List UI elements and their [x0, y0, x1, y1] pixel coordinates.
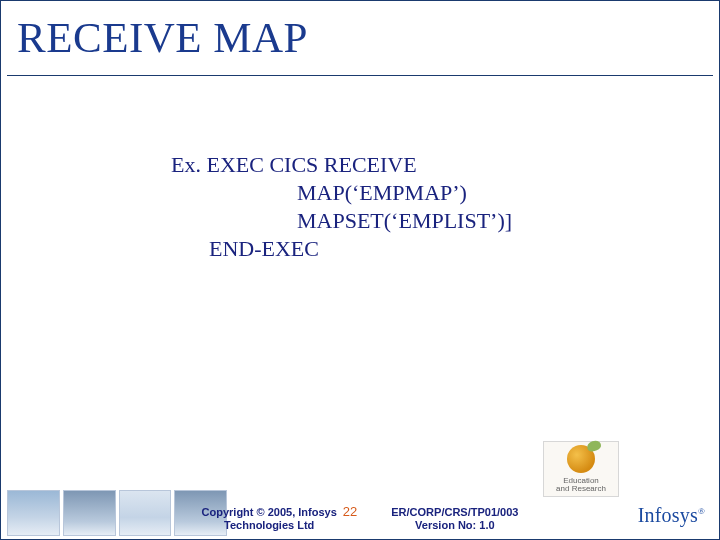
- page-number: 22: [343, 504, 357, 520]
- code-example: Ex. EXEC CICS RECEIVE MAP(‘EMPMAP’) MAPS…: [171, 151, 512, 264]
- badge-text-2: and Research: [556, 485, 606, 493]
- education-research-badge: Education and Research: [543, 441, 619, 497]
- slide-title: RECEIVE MAP: [17, 13, 308, 62]
- title-underline: [7, 75, 713, 76]
- footer-art-1: [7, 490, 60, 536]
- docref-line-2: Version No: 1.0: [415, 519, 494, 531]
- infosys-logo: Infosys®: [638, 504, 705, 527]
- logo-text: Infosys: [638, 504, 698, 526]
- footer-center: Copyright © 2005, Infosys Technologies L…: [202, 504, 519, 534]
- footer-art-strip: [7, 480, 227, 536]
- logo-registered: ®: [698, 506, 705, 516]
- footer-art-3: [119, 490, 172, 536]
- globe-icon: [567, 445, 595, 473]
- code-line-3: MAPSET(‘EMPLIST’)]: [171, 207, 512, 235]
- code-line-4: END-EXEC: [171, 235, 512, 263]
- code-line-1: Ex. EXEC CICS RECEIVE: [171, 152, 417, 177]
- code-line-2: MAP(‘EMPMAP’): [171, 179, 512, 207]
- footer: Copyright © 2005, Infosys Technologies L…: [1, 477, 719, 539]
- docref-line-1: ER/CORP/CRS/TP01/003: [391, 506, 518, 518]
- footer-art-2: [63, 490, 116, 536]
- copyright-line-2: Technologies Ltd: [224, 519, 314, 531]
- copyright-line-1: Copyright © 2005, Infosys: [202, 506, 337, 518]
- slide-frame: RECEIVE MAP Ex. EXEC CICS RECEIVE MAP(‘E…: [0, 0, 720, 540]
